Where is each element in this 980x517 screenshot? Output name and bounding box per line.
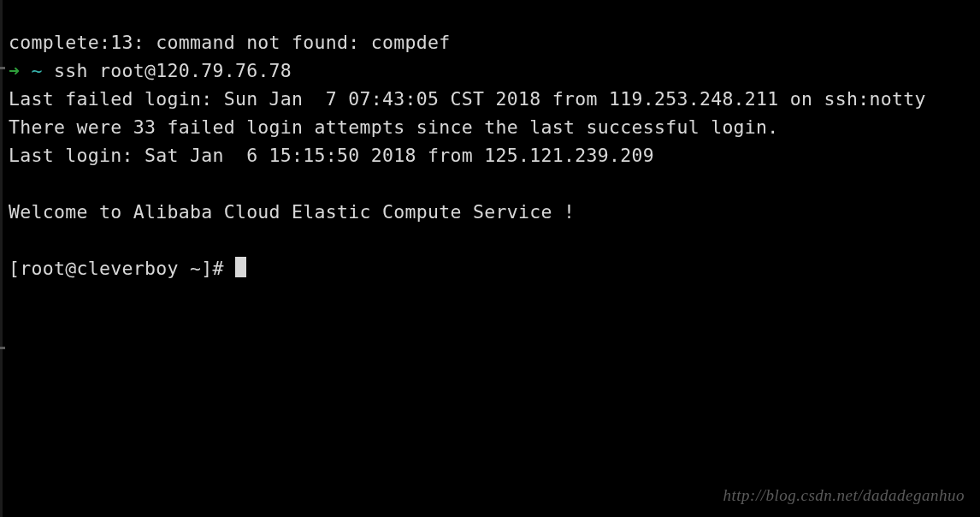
- shell-prompt: [root@cleverboy ~]#: [9, 258, 235, 279]
- terminal-output[interactable]: complete:13: command not found: compdef …: [0, 0, 980, 282]
- terminal-line: Last login: Sat Jan 6 15:15:50 2018 from…: [9, 145, 654, 166]
- window-left-edge: [0, 0, 3, 517]
- terminal-line: complete:13: command not found: compdef: [9, 32, 451, 53]
- gutter-mark: [0, 347, 5, 349]
- prompt-arrow-icon: ➜: [9, 60, 20, 81]
- terminal-line: There were 33 failed login attempts sinc…: [9, 116, 779, 138]
- cursor-icon[interactable]: [235, 257, 246, 277]
- terminal-line: Last failed login: Sun Jan 7 07:43:05 CS…: [9, 88, 926, 110]
- terminal-line: Welcome to Alibaba Cloud Elastic Compute…: [9, 201, 575, 223]
- ssh-command: ssh root@120.79.76.78: [54, 60, 292, 81]
- watermark-text: http://blog.csdn.net/dadadeganhuo: [723, 486, 965, 505]
- gutter-mark: [0, 67, 5, 69]
- prompt-path: ~: [20, 60, 54, 81]
